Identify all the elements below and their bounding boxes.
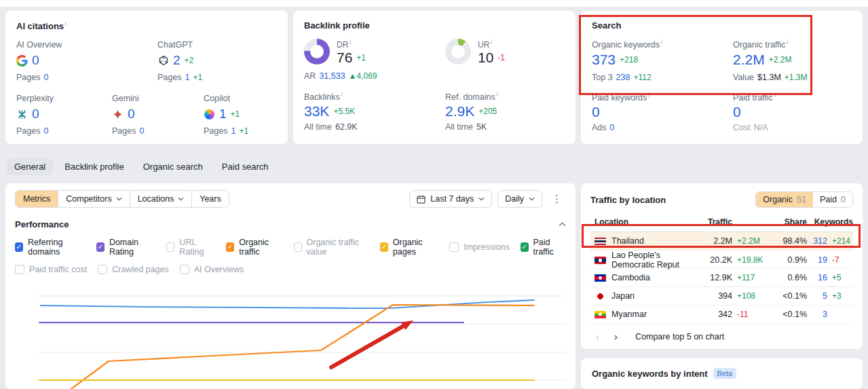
info-icon: i — [350, 39, 351, 45]
google-icon — [16, 55, 28, 67]
location-row-laos[interactable]: Lao People's Democratic Reput 20.2K +19.… — [590, 251, 853, 269]
checkbox-label: Referring domains — [28, 238, 86, 257]
location-row-japan[interactable]: Japan 394 +108 <0.1% 5 +3 — [590, 287, 853, 305]
keywords-value[interactable]: 3 — [807, 310, 827, 319]
copilot-value[interactable]: 1 — [219, 107, 227, 122]
location-row-myanmar[interactable]: Myanmar 342 -11 <0.1% 3 — [590, 305, 853, 324]
checkbox-label: Impressions — [464, 242, 509, 252]
keywords-delta: +214 — [827, 236, 853, 246]
more-options-button[interactable]: ⋮ — [548, 193, 566, 205]
granularity-button[interactable]: Daily — [497, 190, 542, 208]
column-traffic[interactable]: Traffic — [694, 217, 732, 227]
perplexity-icon — [16, 109, 28, 120]
value-delta: +1.3M — [785, 73, 808, 82]
alltime-value: 62.9K — [335, 122, 358, 132]
checkbox-label: URL Rating — [179, 238, 215, 257]
ai-citations-title: AI citationsi — [16, 20, 277, 31]
checkbox-url-rating[interactable]: URL Rating — [166, 238, 215, 257]
locations-dropdown[interactable]: Locations — [130, 191, 193, 207]
checkbox-paid-traffic[interactable]: ✓Paid traffic — [521, 238, 566, 257]
location-name: Myanmar — [611, 310, 647, 319]
pages-delta: +1 — [193, 73, 202, 82]
checkbox-label: Organic traffic value — [307, 238, 369, 257]
ai-overview-value[interactable]: 0 — [32, 53, 39, 68]
perplexity-value[interactable]: 0 — [32, 107, 39, 122]
alltime-label: All time — [445, 122, 473, 132]
checkbox-organic-pages[interactable]: ✓Organic pages — [380, 238, 438, 257]
toggle-organic[interactable]: Organic51 — [756, 192, 813, 207]
compare-top5-link[interactable]: Compare top 5 on chart — [635, 332, 724, 341]
ai-citation-perplexity: Perplexity 0 Pages0 — [16, 94, 112, 136]
copilot-label: Copilot — [204, 94, 277, 103]
tab-general[interactable]: General — [7, 158, 53, 175]
ar-value[interactable]: 31,533 — [319, 71, 345, 81]
copilot-icon — [204, 109, 215, 120]
prev-page-button[interactable]: ‹ — [596, 331, 599, 342]
dr-value: 76 — [337, 50, 352, 66]
paid-keywords-value[interactable]: 0 — [592, 104, 600, 120]
metric-checkbox-row-2: Paid traffic cost Crawled pages AI Overv… — [15, 265, 566, 274]
organic-traffic-value[interactable]: 2.2M — [733, 52, 765, 68]
checkbox-impressions[interactable]: Impressions — [449, 242, 509, 252]
ref-domains-label: Ref. domainsi — [445, 91, 565, 102]
tab-backlink-profile[interactable]: Backlink profile — [57, 158, 131, 175]
keywords-value[interactable]: 16 — [807, 273, 827, 282]
column-keywords[interactable]: Keywords — [807, 217, 853, 227]
ref-domains-value[interactable]: 2.9K — [445, 103, 474, 119]
toggle-paid[interactable]: Paid0 — [813, 192, 852, 207]
ar-delta: ▲4,069 — [349, 71, 377, 81]
ads-value[interactable]: 0 — [610, 123, 615, 132]
keywords-value[interactable]: 312 — [807, 236, 827, 246]
traffic-by-location-title: Traffic by location — [590, 195, 666, 205]
checkbox-box — [166, 242, 174, 252]
location-row-thailand[interactable]: Thailand 2.2M +2.2M 98.4% 312 +214 — [590, 232, 853, 251]
info-icon: i — [341, 91, 343, 98]
next-page-button[interactable]: › — [614, 331, 618, 342]
tab-paid-search[interactable]: Paid search — [214, 158, 276, 175]
checkbox-referring-domains[interactable]: ✓Referring domains — [15, 238, 86, 257]
pages-value[interactable]: 0 — [139, 126, 144, 136]
checkbox-ai-overviews[interactable]: AI Overviews — [180, 265, 244, 274]
checkbox-paid-traffic-cost[interactable]: Paid traffic cost — [15, 265, 87, 274]
chatgpt-delta: +2 — [185, 56, 194, 65]
ai-citation-chatgpt: ChatGPT 2 +2 Pages1+1 — [157, 40, 277, 82]
chatgpt-value[interactable]: 2 — [173, 53, 181, 68]
dr-donut-chart — [304, 39, 330, 64]
pages-value[interactable]: 1 — [185, 73, 189, 82]
keywords-value[interactable]: 5 — [807, 291, 827, 301]
checkbox-box — [449, 242, 459, 252]
location-name: Thailand — [611, 236, 644, 246]
checkbox-crawled-pages[interactable]: Crawled pages — [98, 265, 168, 274]
years-button[interactable]: Years — [192, 191, 229, 207]
metrics-button[interactable]: Metrics — [16, 191, 58, 207]
japan-flag-icon — [595, 293, 606, 300]
organic-traffic-label: Organic traffici — [733, 39, 852, 50]
backlinks-value[interactable]: 33K — [304, 103, 329, 119]
collapse-chevron-icon[interactable] — [559, 222, 566, 227]
tab-organic-search[interactable]: Organic search — [136, 158, 210, 175]
checkbox-label: Domain Rating — [109, 238, 156, 257]
performance-chart[interactable] — [37, 284, 565, 389]
dr-delta: +1 — [356, 53, 366, 62]
pages-value[interactable]: 1 — [231, 126, 235, 136]
column-share[interactable]: Share — [768, 217, 807, 227]
keywords-by-intent-card: Organic keywords by intent Beta — [581, 358, 863, 389]
keywords-value[interactable]: 19 — [807, 255, 827, 265]
paid-traffic-value[interactable]: 0 — [733, 104, 741, 120]
pages-value[interactable]: 0 — [43, 126, 48, 136]
top3-value[interactable]: 238 — [616, 73, 630, 82]
ads-label: Ads — [592, 123, 607, 132]
checkbox-domain-rating[interactable]: ✓Domain Rating — [96, 238, 156, 257]
competitors-dropdown[interactable]: Competitors — [58, 191, 130, 207]
pages-value[interactable]: 0 — [43, 73, 48, 82]
date-range-button[interactable]: Last 7 days — [409, 190, 492, 208]
organic-keywords-value[interactable]: 373 — [592, 52, 616, 68]
checkbox-organic-traffic-value[interactable]: Organic traffic value — [294, 238, 369, 257]
keywords-by-intent-title: Organic keywords by intent — [592, 369, 708, 379]
checkbox-box: ✓ — [521, 242, 529, 252]
traffic-delta: -11 — [732, 310, 768, 319]
checkbox-organic-traffic[interactable]: ✓Organic traffic — [226, 238, 282, 257]
gemini-value[interactable]: 0 — [128, 107, 135, 122]
share-value: 0.9% — [768, 255, 807, 265]
location-row-cambodia[interactable]: Cambodia 12.9K +117 0.6% 16 +5 — [590, 269, 853, 287]
